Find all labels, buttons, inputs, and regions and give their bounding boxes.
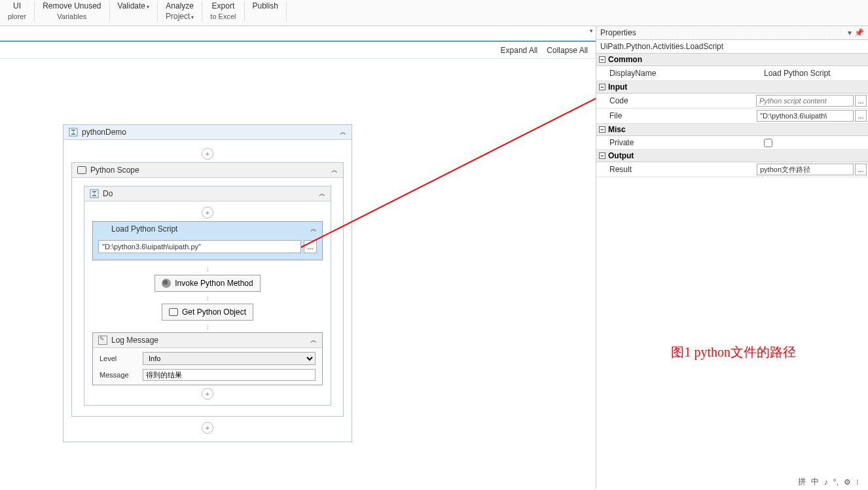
svg-rect-5 — [92, 191, 96, 192]
panel-options-icon[interactable]: ▾ — [848, 28, 852, 37]
log-icon — [98, 336, 107, 345]
browse-button[interactable]: ... — [855, 95, 867, 107]
activity-type-label: UiPath.Python.Activities.LoadScript — [596, 40, 868, 54]
browse-button[interactable]: ... — [855, 110, 867, 122]
browse-button[interactable]: ... — [855, 164, 867, 175]
scope-icon — [77, 166, 86, 174]
python-scope-title: Python Scope — [90, 166, 327, 175]
browse-button[interactable]: ... — [304, 240, 317, 253]
expand-all-button[interactable]: Expand All — [501, 46, 538, 55]
sequence-icon — [69, 128, 78, 137]
prop-row-displayname[interactable]: DisplayName Load Python Script — [596, 66, 868, 81]
prop-value-displayname[interactable]: Load Python Script — [761, 67, 867, 79]
collapse-icon[interactable]: ︽ — [319, 189, 325, 198]
prop-label: Result — [596, 163, 755, 176]
lang-icon[interactable]: 中 — [811, 476, 819, 487]
more-icon[interactable]: ⁝ — [856, 478, 859, 487]
expand-icon[interactable]: − — [599, 126, 606, 133]
prop-category-output[interactable]: − Output — [596, 150, 868, 162]
expand-icon[interactable]: − — [599, 56, 606, 63]
prop-category-misc[interactable]: − Misc — [596, 124, 868, 136]
toolbar-publish[interactable]: Publish — [245, 1, 287, 22]
scope-icon — [169, 308, 178, 316]
gear-icon[interactable]: ⚙ — [844, 478, 851, 487]
annotation-text: 图1 python文件的路径 — [671, 343, 796, 361]
prop-category-input[interactable]: − Input — [596, 81, 868, 94]
log-level-select[interactable]: Info — [143, 352, 316, 365]
sequence-title: pythonDemo — [82, 128, 336, 137]
do-title: Do — [103, 189, 315, 198]
prop-label: Private — [596, 136, 760, 149]
svg-rect-2 — [71, 133, 75, 135]
invoke-title: Invoke Python Method — [175, 279, 253, 288]
prop-input-result[interactable] — [757, 164, 854, 175]
prop-row-private[interactable]: Private — [596, 136, 868, 150]
python-icon — [162, 279, 171, 288]
prop-row-result[interactable]: Result ... — [596, 162, 868, 177]
add-activity-button[interactable]: + — [202, 207, 213, 219]
activity-invoke-python-method[interactable]: Invoke Python Method — [154, 275, 260, 292]
activity-python-scope[interactable]: Python Scope ︽ Do — [71, 162, 344, 417]
ime-icon[interactable]: 拼 — [798, 476, 806, 487]
expand-icon[interactable]: − — [599, 84, 606, 90]
toolbar-analyze-project[interactable]: Analyze Project▾ — [158, 1, 202, 22]
sequence-icon — [90, 189, 99, 198]
collapse-icon[interactable]: ︽ — [331, 166, 338, 175]
collapse-all-button[interactable]: Collapse All — [547, 46, 588, 55]
pin-icon[interactable]: 📌 — [854, 28, 864, 37]
prop-label: File — [596, 109, 755, 122]
toolbar: UI plorer Remove Unused Variables Valida… — [0, 0, 868, 26]
load-script-title: Load Python Script — [111, 224, 306, 234]
prop-label: Code — [596, 94, 755, 107]
add-activity-button[interactable]: + — [202, 148, 213, 160]
prop-row-file[interactable]: File ... — [596, 109, 868, 124]
toolbar-ui-explorer[interactable]: UI plorer — [0, 1, 35, 22]
properties-panel-header[interactable]: Properties ▾ 📌 — [596, 26, 868, 40]
collapse-icon[interactable]: ︽ — [310, 224, 317, 234]
prop-checkbox-private[interactable] — [764, 139, 772, 147]
prop-category-common[interactable]: − Common — [596, 54, 868, 66]
designer-action-bar: Expand All Collapse All — [0, 41, 596, 59]
prop-input-file[interactable] — [757, 110, 854, 122]
punct-icon[interactable]: °, — [833, 478, 839, 487]
load-script-path-input[interactable]: "D:\python3.6\uipath\uipath.py" — [98, 240, 301, 253]
collapse-icon[interactable]: ︽ — [340, 128, 346, 137]
designer-collapse-arrow[interactable]: ▾ — [590, 27, 593, 34]
log-message-label: Message — [99, 371, 137, 379]
status-bar: 拼 中 ♪ °, ⚙ ⁝ — [798, 476, 859, 487]
prop-label: DisplayName — [596, 67, 760, 80]
add-activity-button[interactable]: + — [202, 388, 213, 400]
properties-title: Properties — [600, 28, 636, 37]
log-title: Log Message — [111, 336, 306, 345]
getobj-title: Get Python Object — [182, 307, 246, 317]
add-activity-button[interactable]: + — [202, 422, 213, 434]
properties-panel: Properties ▾ 📌 UiPath.Python.Activities.… — [596, 26, 868, 489]
toolbar-remove-unused-vars[interactable]: Remove Unused Variables — [35, 1, 109, 22]
svg-rect-1 — [71, 130, 75, 131]
prop-row-code[interactable]: Code ... — [596, 94, 868, 109]
prop-input-code[interactable] — [756, 95, 854, 107]
activity-get-python-object[interactable]: Get Python Object — [162, 304, 253, 321]
activity-load-python-script[interactable]: Load Python Script ︽ "D:\python3.6\uipat… — [92, 221, 323, 260]
expand-icon[interactable]: − — [599, 152, 606, 159]
sequence-do[interactable]: Do ︽ + Load Python Script — [84, 186, 331, 406]
log-level-label: Level — [99, 355, 137, 362]
toolbar-export-excel[interactable]: Export to Excel — [202, 1, 244, 22]
log-message-input[interactable] — [143, 369, 316, 381]
collapse-icon[interactable]: ︽ — [310, 336, 317, 345]
toolbar-validate[interactable]: Validate▾ — [110, 1, 158, 22]
svg-rect-6 — [92, 195, 96, 196]
designer-canvas[interactable]: ▾ Expand All Collapse All pythonDemo ︽ + — [0, 26, 596, 489]
flow-arrow-icon — [87, 263, 328, 275]
sequence-pythondemo[interactable]: pythonDemo ︽ + Python Scope ︽ — [63, 124, 352, 442]
activity-log-message[interactable]: Log Message ︽ Level Info — [92, 332, 323, 385]
flow-arrow-icon — [87, 292, 328, 304]
flow-arrow-icon — [87, 321, 328, 332]
sound-icon[interactable]: ♪ — [824, 478, 828, 487]
